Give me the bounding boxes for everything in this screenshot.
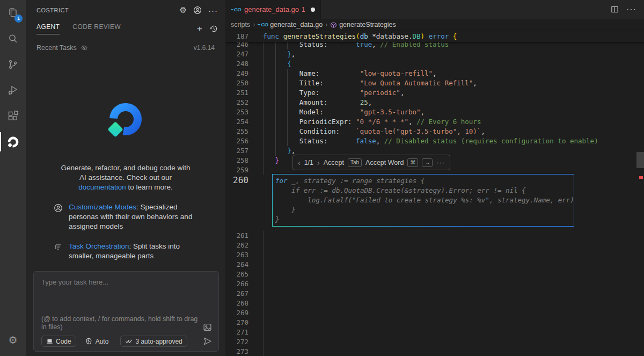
code-line[interactable]: 267 — [225, 289, 644, 299]
line-number: 266 — [225, 279, 263, 289]
code-line[interactable]: 249 Name: "low-quota-refill", — [225, 69, 644, 78]
symbol-method-icon — [330, 21, 337, 28]
indent-guide — [263, 231, 264, 241]
accept-word-button[interactable]: Accept Word — [365, 159, 404, 166]
indent-guide — [287, 98, 288, 107]
documentation-link[interactable]: documentation — [78, 183, 126, 191]
search-icon[interactable] — [0, 26, 26, 52]
code-line[interactable]: 269 — [225, 308, 644, 318]
eye-off-icon[interactable] — [80, 44, 88, 52]
indent-guide — [263, 42, 264, 49]
indent-guide — [287, 69, 288, 78]
tab-agent[interactable]: AGENT — [36, 23, 60, 34]
editor-group: GO generate_data.go 1 ··· scripts › GO g… — [225, 0, 644, 356]
line-number: 272 — [225, 337, 263, 347]
task-input[interactable]: Type your task here... — [41, 278, 212, 286]
settings-gear-icon[interactable]: ⚙ — [0, 327, 26, 353]
mode-code-button[interactable]: Code — [41, 336, 76, 347]
explorer-icon[interactable]: 1 — [0, 0, 26, 26]
code-line[interactable]: 246 Status: true, // Enabled status — [225, 42, 644, 49]
indent-guide — [275, 117, 276, 127]
code-line[interactable]: 248 { — [225, 59, 644, 69]
sidebar-gear-icon[interactable]: ⚙ — [180, 5, 187, 15]
run-debug-icon[interactable] — [0, 77, 26, 103]
ghost-text-box[interactable]: for _, strategy := range strategies { if… — [272, 174, 574, 227]
new-task-icon[interactable]: + — [197, 24, 202, 33]
cmd-keycap: ⌘ — [407, 158, 418, 167]
code-line[interactable]: 264 — [225, 260, 644, 270]
scrollbar-thumb[interactable] — [636, 152, 644, 168]
costrict-extension-icon[interactable] — [0, 129, 26, 155]
split-editor-icon[interactable] — [611, 5, 619, 13]
breadcrumb-scripts[interactable]: scripts — [231, 21, 250, 28]
code-line[interactable]: 272 — [225, 337, 644, 347]
line-number: 270 — [225, 318, 263, 328]
feature-task-orchestration: Task Orchestration: Split tasks into sma… — [54, 242, 197, 260]
code-line[interactable]: 270 — [225, 318, 644, 328]
line-number: 247 — [225, 49, 263, 59]
explorer-badge: 1 — [14, 14, 23, 23]
previous-suggestion-icon[interactable]: ‹ — [298, 158, 301, 167]
tab-generate-data-go[interactable]: GO generate_data.go 1 — [225, 0, 321, 19]
code-line[interactable]: 250 Title: "Low Quota Automatic Refill", — [225, 78, 644, 88]
line-number: 250 — [225, 78, 263, 88]
auto-model-button[interactable]: Auto — [80, 336, 113, 347]
recent-tasks-row: Recent Tasks v1.6.14 — [26, 37, 225, 52]
auto-approved-button[interactable]: 3 auto-approved — [120, 336, 187, 347]
account-icon[interactable] — [193, 6, 202, 14]
go-file-icon: GO — [258, 22, 268, 27]
code-viewport: 246 Status: true, // Enabled status247 }… — [225, 42, 644, 356]
sticky-scroll-line[interactable]: 187func generateStrategies(db *database.… — [225, 31, 644, 42]
tab-code-review[interactable]: CODE REVIEW — [72, 23, 121, 34]
code-line[interactable]: 187func generateStrategies(db *database.… — [225, 32, 457, 41]
line-number: 259 — [225, 165, 263, 175]
code-line[interactable]: 256 Status: false, // Disabled status (r… — [225, 136, 644, 146]
history-icon[interactable] — [210, 25, 218, 33]
customizable-modes-link[interactable]: Customizable Modes — [69, 203, 136, 211]
line-number: 255 — [225, 127, 263, 136]
code-line[interactable]: 252 Amount: 25, — [225, 98, 644, 107]
code-line[interactable]: 268 — [225, 299, 644, 308]
line-number: 260 — [225, 175, 263, 231]
line-number: 254 — [225, 117, 263, 127]
send-icon[interactable] — [203, 337, 212, 346]
extensions-icon[interactable] — [0, 103, 26, 129]
code-line[interactable]: 273 — [225, 347, 644, 356]
code-line[interactable]: 271 — [225, 328, 644, 337]
sidebar-more-icon[interactable]: ··· — [208, 6, 218, 15]
code-line[interactable]: 254 PeriodicExpr: "0 */6 * * *", // Ever… — [225, 117, 644, 127]
activity-bar: 1 — [0, 0, 26, 356]
code-line[interactable]: 266 — [225, 279, 644, 289]
code-line[interactable]: 247 }, — [225, 49, 644, 59]
modified-dot-icon[interactable] — [311, 8, 315, 12]
indent-guide — [263, 59, 264, 69]
costrict-swirl-icon — [6, 135, 20, 149]
indent-guide — [275, 69, 276, 78]
feature-customizable-modes: Customizable Modes: Specialized personas… — [54, 202, 197, 231]
indent-guide — [263, 241, 264, 250]
indent-guide — [263, 250, 264, 260]
indent-guide — [275, 107, 276, 117]
breadcrumb-file[interactable]: generate_data.go — [270, 21, 323, 28]
accept-button[interactable]: Accept — [324, 159, 344, 166]
code-line[interactable]: 265 — [225, 270, 644, 279]
vscode-window: 1 — [0, 0, 644, 356]
editor-more-icon[interactable]: ··· — [626, 5, 636, 14]
code-line[interactable]: 262 — [225, 241, 644, 250]
next-suggestion-icon[interactable]: › — [317, 158, 320, 167]
line-number: 271 — [225, 328, 263, 337]
attach-image-icon[interactable] — [203, 323, 212, 332]
source-control-icon[interactable] — [0, 52, 26, 77]
code-line[interactable]: 253 Model: "gpt-3.5-turbo", — [225, 107, 644, 117]
line-number: 265 — [225, 270, 263, 279]
code-line[interactable]: 263 — [225, 250, 644, 260]
code-line[interactable]: 261 — [225, 231, 644, 241]
code-line[interactable]: 251 Type: "periodic", — [225, 88, 644, 98]
indent-guide — [287, 88, 288, 98]
line-number: 256 — [225, 136, 263, 146]
task-orchestration-link[interactable]: Task Orchestration — [69, 242, 129, 250]
suggestion-more-icon[interactable]: ··· — [436, 159, 445, 166]
code-line[interactable]: 255 Condition: `quota-le("gpt-3.5-turbo"… — [225, 127, 644, 136]
breadcrumb-symbol[interactable]: generateStrategies — [339, 21, 396, 28]
indent-guide — [263, 49, 264, 59]
